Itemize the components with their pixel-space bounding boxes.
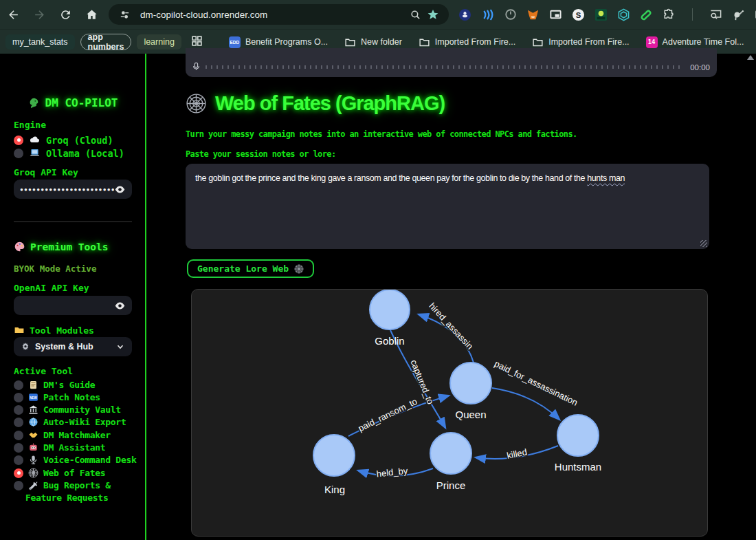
engine-option-label: Groq (Cloud)	[46, 135, 113, 146]
reload-button[interactable]	[52, 3, 78, 26]
eye-icon[interactable]	[114, 184, 126, 195]
site-settings-icon[interactable]	[115, 6, 133, 23]
dragon-icon	[27, 97, 40, 109]
bookmark-app-numbers[interactable]: app numbers	[80, 34, 132, 50]
openai-api-key-input[interactable]	[14, 296, 132, 315]
bookmark-folder[interactable]: Imported From Fire...	[419, 36, 515, 48]
node-huntsman[interactable]	[557, 415, 599, 456]
extensions-puzzle-icon[interactable]	[663, 8, 676, 21]
edd-badge-icon: EDD	[229, 36, 241, 48]
bookmark-folder[interactable]: New folder	[344, 36, 402, 48]
radio-unselected[interactable]	[14, 149, 23, 158]
tool-item-label: Web of Fates	[43, 468, 105, 478]
bookmark-label: learning	[144, 37, 174, 47]
star-icon	[427, 8, 439, 21]
radio-unselected[interactable]	[14, 405, 23, 415]
notes-text: the goblin got the prince and the king g…	[195, 173, 587, 183]
radio-selected[interactable]	[14, 468, 23, 478]
extension-icon-8[interactable]	[617, 8, 630, 21]
eye-icon[interactable]	[114, 300, 126, 312]
home-icon	[85, 8, 98, 21]
openai-key-label: OpenAI API Key	[14, 283, 89, 293]
back-button[interactable]	[0, 3, 26, 26]
radio-unselected[interactable]	[14, 380, 23, 390]
tool-item-assistant[interactable]: DM Assistant	[14, 442, 105, 453]
module-select[interactable]: System & Hub	[14, 337, 132, 356]
tool-item-dms-guide[interactable]: DM's Guide	[14, 380, 95, 390]
home-button[interactable]	[78, 3, 104, 26]
back-icon	[7, 8, 20, 21]
lore-graph[interactable]: hired_assassin captured_to paid_ransom_t…	[192, 290, 707, 536]
bookmark-folder-label: Adventure Time Fol...	[663, 37, 744, 47]
address-bar[interactable]: dm-copilot-cloud.onrender.com	[109, 4, 449, 25]
sidebar-divider	[14, 222, 132, 222]
extension-icon-7[interactable]	[594, 8, 608, 21]
bookmark-my-tank-stats[interactable]: my_tank_stats	[5, 34, 75, 50]
groq-api-key-input[interactable]: ●●●●●●●●●●●●●●●●●●●●●●●●●●●●●●●●	[14, 180, 132, 199]
tool-item-matchmaker[interactable]: DM Matchmaker	[14, 430, 111, 440]
mic-icon[interactable]	[191, 61, 201, 72]
node-label: Prince	[436, 479, 466, 491]
node-goblin[interactable]	[370, 290, 410, 330]
tab-groups-grid-icon[interactable]	[191, 35, 203, 50]
radio-unselected[interactable]	[14, 431, 23, 440]
tool-item-bug-reports-line2[interactable]: Feature Requests	[25, 493, 108, 503]
tool-item-community-vault[interactable]: Community Vault	[14, 404, 121, 415]
tool-item-label: DM Assistant	[43, 442, 105, 453]
bookmark-folder[interactable]: 14 Adventure Time Fol...	[646, 36, 744, 48]
globe-icon	[28, 417, 38, 427]
tool-item-patch-notes[interactable]: NEW Patch Notes	[14, 392, 100, 402]
extension-icon-s[interactable]: S	[572, 8, 585, 21]
radio-selected[interactable]	[14, 136, 23, 145]
sidebar: DM CO-PILOT Engine Groq (Cloud) Ollama (…	[0, 54, 146, 540]
radio-unselected[interactable]	[14, 418, 23, 427]
bookmark-label: my_tank_stats	[12, 37, 68, 47]
forward-button[interactable]	[26, 3, 52, 26]
tool-item-label: Patch Notes	[43, 392, 100, 402]
tool-item-bug-reports[interactable]: Bug Reports &	[14, 480, 111, 490]
pip-icon[interactable]	[549, 8, 562, 21]
app-title: DM CO-PILOT	[45, 96, 118, 109]
extension-icon-3[interactable]	[504, 8, 517, 21]
tool-item-web-of-fates[interactable]: Web of Fates	[14, 468, 105, 478]
generate-lore-web-button[interactable]: Generate Lore Web	[187, 259, 314, 278]
bookmark-folder-label: Benefit Programs O...	[245, 37, 328, 47]
audio-recorder[interactable]: 00:00	[186, 48, 717, 77]
radio-unselected[interactable]	[14, 455, 23, 465]
radio-unselected[interactable]	[14, 393, 23, 402]
engine-option-groq[interactable]: Groq (Cloud)	[14, 134, 113, 146]
extension-icon-1[interactable]	[458, 8, 471, 21]
masked-key-value: ●●●●●●●●●●●●●●●●●●●●●●●●●●●●●●●●	[20, 186, 114, 193]
cloud-icon	[29, 134, 41, 146]
microphone-icon	[28, 455, 38, 465]
reading-mode-icon[interactable]	[709, 8, 722, 21]
link-extension-icon[interactable]	[640, 8, 653, 21]
tool-item-voice-desk[interactable]: Voice-Command Desk	[14, 455, 136, 465]
bookmark-star-button[interactable]	[424, 6, 442, 23]
radio-unselected[interactable]	[14, 443, 23, 453]
tool-item-auto-wiki[interactable]: Auto-Wiki Export	[14, 417, 126, 427]
svg-text:NEW: NEW	[30, 396, 37, 400]
tool-modules-row: Tool Modules	[14, 325, 94, 336]
extension-icon-2[interactable]	[481, 8, 494, 21]
password-key-icon[interactable]	[732, 8, 745, 21]
node-prince[interactable]	[430, 433, 471, 474]
svg-text:S: S	[576, 10, 581, 19]
notes-textarea[interactable]: the goblin got the prince and the king g…	[186, 164, 709, 249]
edge-label: hired_assassin	[427, 301, 475, 352]
bookmark-learning[interactable]: learning	[137, 34, 181, 50]
search-in-page-button[interactable]	[406, 6, 424, 23]
bookmark-folder-label: New folder	[361, 37, 402, 47]
bookmark-folder[interactable]: EDD Benefit Programs O...	[229, 36, 328, 48]
node-king[interactable]	[313, 435, 355, 476]
node-queen[interactable]	[450, 363, 491, 404]
metamask-icon[interactable]	[526, 8, 540, 21]
radio-unselected[interactable]	[14, 481, 23, 490]
lore-graph-panel[interactable]: hired_assassin captured_to paid_ransom_t…	[191, 289, 708, 537]
app-title-row: DM CO-PILOT	[0, 96, 145, 109]
tool-item-label: DM's Guide	[43, 380, 95, 390]
engine-option-ollama[interactable]: Ollama (Local)	[14, 147, 124, 159]
edge-label: held_by	[376, 466, 408, 479]
scroll-up-arrow[interactable]	[747, 55, 754, 60]
bookmark-folder[interactable]: Imported From Fire...	[532, 36, 629, 48]
